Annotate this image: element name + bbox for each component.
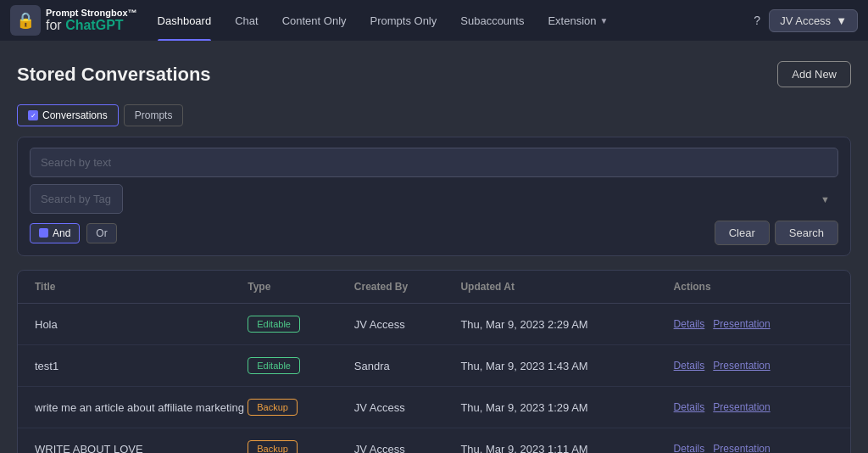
table-rows: Hola Editable JV Access Thu, Mar 9, 2023… [18, 304, 850, 453]
details-link[interactable]: Details [674, 443, 705, 453]
nav-item-content-only[interactable]: Content Only [270, 0, 359, 41]
row-title: test1 [35, 360, 248, 372]
row-type: Backup [248, 399, 354, 416]
row-created-by: Sandra [354, 360, 461, 372]
col-type: Type [248, 281, 354, 293]
chatgpt-label: ChatGPT [65, 18, 123, 32]
type-badge: Editable [248, 357, 300, 374]
tag-select[interactable]: Search by Tag [30, 184, 123, 214]
nav-item-chat[interactable]: Chat [223, 0, 270, 41]
conversations-tab-icon: ✓ [28, 110, 38, 120]
search-button[interactable]: Search [775, 221, 838, 245]
row-type: Editable [248, 316, 354, 333]
nav-item-dashboard[interactable]: Dashboard [146, 0, 224, 41]
row-title: WRITE ABOUT LOVE [35, 443, 248, 454]
type-badge: Backup [248, 440, 298, 453]
tab-conversations[interactable]: ✓ Conversations [17, 104, 119, 126]
extension-arrow-icon: ▼ [600, 16, 609, 25]
tag-select-arrow-icon: ▼ [821, 194, 830, 204]
details-link[interactable]: Details [674, 360, 705, 372]
brand-name: Prompt Strongbox™ [46, 8, 137, 18]
brand-name-text: Prompt Strongbox™ [46, 8, 137, 18]
logic-or-button[interactable]: Or [86, 223, 116, 243]
nav-item-extension[interactable]: Extension ▼ [536, 0, 620, 41]
col-created-by: Created By [354, 281, 461, 293]
row-actions: Details Presentation [674, 360, 833, 372]
row-title: Hola [35, 318, 248, 331]
logo-text: Prompt Strongbox™ for ChatGPT [46, 8, 137, 33]
tab-prompts[interactable]: Prompts [124, 104, 184, 126]
brand-sub: for ChatGPT [46, 18, 137, 33]
search-area: Search by Tag ▼ And Or Clear Search [17, 137, 851, 256]
presentation-link[interactable]: Presentation [713, 318, 770, 330]
col-title: Title [35, 281, 248, 293]
logo-icon: 🔒 [10, 5, 41, 36]
nav-help-button[interactable]: ? [745, 0, 769, 41]
details-link[interactable]: Details [674, 318, 705, 330]
add-new-button[interactable]: Add New [777, 61, 851, 87]
conversations-table: Title Type Created By Updated At Actions… [17, 270, 851, 453]
presentation-link[interactable]: Presentation [713, 443, 770, 453]
filter-actions: Clear Search [715, 221, 838, 245]
navbar: 🔒 Prompt Strongbox™ for ChatGPT Dashboar… [0, 0, 868, 41]
table-row: WRITE ABOUT LOVE Backup JV Access Thu, M… [18, 428, 850, 453]
row-created-by: JV Access [354, 401, 461, 414]
row-created-by: JV Access [354, 318, 461, 331]
type-badge: Backup [248, 399, 298, 416]
nav-logo[interactable]: 🔒 Prompt Strongbox™ for ChatGPT [10, 5, 137, 36]
nav-access-button[interactable]: JV Access ▼ [769, 9, 858, 32]
filter-tabs: ✓ Conversations Prompts [17, 104, 851, 126]
nav-items: Dashboard Chat Content Only Prompts Only… [146, 0, 620, 41]
row-actions: Details Presentation [674, 443, 833, 453]
table-row: Hola Editable JV Access Thu, Mar 9, 2023… [18, 304, 850, 345]
and-icon [39, 228, 48, 238]
col-updated-at: Updated At [460, 281, 673, 293]
table-row: write me an article about affiliate mark… [18, 387, 850, 428]
table-header: Title Type Created By Updated At Actions [18, 271, 850, 304]
details-link[interactable]: Details [674, 401, 705, 413]
filter-logic-row: And Or Clear Search [30, 221, 838, 245]
row-type: Backup [248, 440, 354, 453]
presentation-link[interactable]: Presentation [713, 360, 770, 372]
col-actions: Actions [674, 281, 833, 293]
row-title: write me an article about affiliate mark… [35, 401, 248, 414]
row-updated-at: Thu, Mar 9, 2023 2:29 AM [460, 318, 673, 331]
nav-item-prompts-only[interactable]: Prompts Only [359, 0, 449, 41]
tag-search-row: Search by Tag ▼ [30, 184, 838, 214]
nav-item-subaccounts[interactable]: Subaccounts [448, 0, 536, 41]
row-updated-at: Thu, Mar 9, 2023 1:29 AM [460, 401, 673, 414]
logic-and-button[interactable]: And [30, 223, 80, 243]
row-type: Editable [248, 357, 354, 374]
search-text-input[interactable] [30, 148, 838, 177]
table-row: test1 Editable Sandra Thu, Mar 9, 2023 1… [18, 345, 850, 387]
row-created-by: JV Access [354, 443, 461, 454]
tag-select-wrapper: Search by Tag ▼ [30, 184, 838, 214]
row-updated-at: Thu, Mar 9, 2023 1:43 AM [460, 360, 673, 372]
presentation-link[interactable]: Presentation [713, 401, 770, 413]
clear-button[interactable]: Clear [715, 221, 770, 245]
page-title: Stored Conversations [17, 64, 211, 86]
type-badge: Editable [248, 316, 300, 333]
page-header: Stored Conversations Add New [17, 61, 851, 87]
row-actions: Details Presentation [674, 401, 833, 413]
main-content: Stored Conversations Add New ✓ Conversat… [0, 41, 868, 453]
row-updated-at: Thu, Mar 9, 2023 1:11 AM [460, 443, 673, 454]
row-actions: Details Presentation [674, 318, 833, 330]
access-arrow-icon: ▼ [836, 14, 847, 27]
